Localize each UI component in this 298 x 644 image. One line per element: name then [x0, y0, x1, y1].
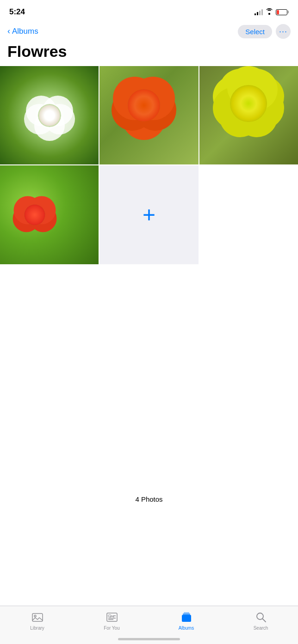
back-chevron-icon: ‹: [7, 26, 10, 36]
albums-label: Albums: [179, 626, 194, 631]
photo-3[interactable]: [199, 66, 298, 164]
status-time: 5:24: [9, 7, 25, 17]
nav-bar: ‹ Albums Select ···: [0, 20, 298, 41]
albums-icon: [180, 611, 193, 624]
svg-rect-9: [184, 612, 189, 614]
page-title: Flowres: [0, 41, 298, 66]
wifi-icon: [266, 9, 273, 15]
back-button[interactable]: ‹ Albums: [7, 27, 38, 36]
svg-line-11: [262, 619, 266, 622]
for-you-icon: [106, 611, 118, 624]
svg-rect-2: [107, 613, 117, 621]
more-button[interactable]: ···: [276, 24, 291, 39]
home-indicator: [118, 638, 180, 640]
tab-search[interactable]: Search: [224, 611, 298, 631]
tab-for-you[interactable]: For You: [74, 611, 149, 631]
photo-4[interactable]: [0, 165, 99, 264]
nav-actions: Select ···: [238, 24, 291, 39]
photo-2[interactable]: [99, 66, 198, 164]
for-you-label: For You: [104, 626, 119, 631]
status-bar: 5:24: [0, 0, 298, 20]
battery-icon: [276, 9, 289, 15]
library-label: Library: [30, 626, 44, 631]
status-icons: [255, 9, 289, 15]
svg-point-1: [34, 615, 36, 617]
back-label: Albums: [12, 27, 38, 36]
photo-count: 4 Photos: [0, 486, 298, 512]
svg-rect-7: [182, 615, 191, 622]
tab-library[interactable]: Library: [0, 611, 74, 631]
add-plus-icon: +: [143, 204, 155, 226]
photo-1[interactable]: [0, 66, 99, 164]
select-button[interactable]: Select: [238, 25, 272, 38]
tab-albums[interactable]: Albums: [149, 611, 224, 631]
empty-cell: [199, 165, 298, 264]
add-photo-button[interactable]: +: [99, 165, 198, 264]
svg-rect-8: [183, 614, 190, 615]
search-icon: [255, 611, 267, 624]
signal-icon: [255, 9, 263, 15]
svg-rect-0: [32, 614, 43, 621]
library-icon: [31, 611, 44, 624]
empty-space: [0, 264, 298, 486]
photo-grid: +: [0, 66, 298, 264]
search-label: Search: [254, 626, 268, 631]
